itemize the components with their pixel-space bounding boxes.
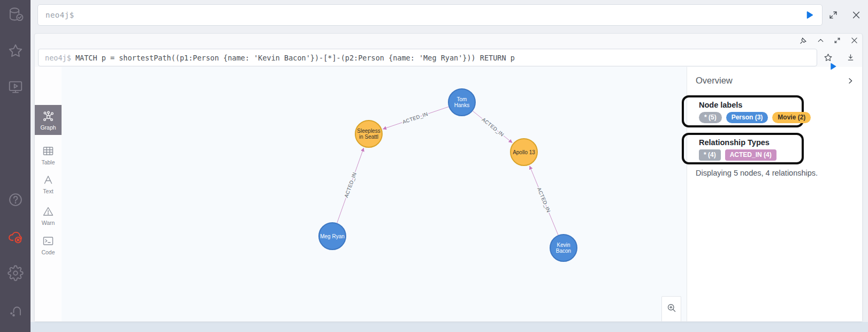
tab-table[interactable]: Table (35, 141, 62, 169)
favorite-query-icon[interactable] (824, 53, 833, 62)
graph-edge-label-2: ACTED_IN (343, 171, 357, 198)
tab-code-label: Code (41, 249, 55, 255)
tab-text-label: Text (43, 188, 53, 194)
settings-gear-icon[interactable] (7, 265, 24, 281)
neo4j-logo-icon[interactable] (7, 301, 24, 318)
node-label-badges: * (5)Person (3)Movie (2) (699, 112, 802, 123)
zoom-out-icon[interactable] (666, 320, 677, 321)
pin-frame-icon[interactable] (799, 36, 808, 45)
help-icon[interactable] (7, 192, 24, 208)
code-icon (42, 235, 55, 247)
graph-node-label-sleepless: Sleeplessin Seattl (357, 128, 380, 140)
graph-status-text: Displaying 5 nodes, 4 relationships. (696, 169, 818, 177)
fullscreen-editor-icon[interactable] (828, 10, 839, 20)
guides-monitor-icon[interactable] (7, 79, 24, 95)
badge-movie-2[interactable]: Movie (2) (772, 112, 811, 123)
overview-title: Overview (696, 76, 733, 86)
run-command-icon[interactable] (805, 10, 814, 20)
command-bar-input[interactable]: neo4j$ (37, 4, 823, 26)
tab-text[interactable]: Text (35, 170, 62, 198)
badge-acted-in-4[interactable]: ACTED_IN (4) (725, 149, 776, 161)
annotation-box-relationship-types: Relationship Types * (4)ACTED_IN (4) (682, 133, 804, 164)
graph-icon (42, 110, 55, 123)
zoom-in-icon[interactable] (666, 303, 677, 313)
close-frame-icon[interactable] (850, 36, 859, 45)
editor-prompt: neo4j$ (45, 54, 75, 62)
editor-query-text[interactable]: MATCH p = shortestPath((p1:Person {name:… (75, 54, 515, 62)
close-editor-icon[interactable] (851, 10, 862, 20)
node-labels-heading: Node labels (699, 101, 802, 109)
graph-node-label-apollo-13: Apollo 13 (513, 149, 535, 155)
graph-canvas[interactable]: ACTED_INACTED_INACTED_INACTED_INTomHanks… (62, 67, 687, 321)
badge-person-3[interactable]: Person (3) (726, 112, 768, 123)
tab-graph-label: Graph (40, 124, 56, 131)
graph-zoom-controls (661, 296, 681, 321)
graph-edge-label-0: ACTED_IN (402, 111, 429, 125)
annotation-box-node-labels: Node labels * (5)Person (3)Movie (2) (682, 95, 804, 127)
badge-5[interactable]: * (5) (699, 112, 722, 123)
overview-panel: Overview Node labels * (5)Person (3)Movi… (687, 67, 862, 321)
collapse-frame-icon[interactable] (816, 36, 825, 45)
badge-4[interactable]: * (4) (699, 149, 721, 161)
database-check-icon[interactable] (7, 6, 24, 22)
tab-warn-label: Warn (42, 220, 55, 226)
graph-edge-label-3: ACTED_IN (536, 186, 552, 213)
table-icon (42, 145, 55, 157)
graph-node-label-meg-ryan: Meg Ryan (320, 233, 345, 239)
cloud-disconnected-icon[interactable] (7, 229, 24, 245)
download-result-icon[interactable] (846, 53, 855, 62)
command-prompt: neo4j$ (45, 11, 74, 19)
app-sidebar (0, 0, 31, 332)
frame-content: Graph Table Text Warn Code ACTED_INACTED… (35, 67, 862, 321)
chevron-right-icon[interactable] (846, 77, 855, 85)
text-icon (42, 173, 55, 186)
fullscreen-frame-icon[interactable] (833, 36, 842, 45)
relationship-type-badges: * (4)ACTED_IN (4) (699, 149, 802, 161)
graph-edge-label-1: ACTED_IN (481, 116, 505, 137)
tab-table-label: Table (41, 159, 55, 165)
run-query-icon[interactable] (803, 54, 811, 62)
warn-icon (42, 205, 55, 218)
tab-code[interactable]: Code (35, 231, 62, 259)
tab-graph[interactable]: Graph (35, 105, 62, 135)
relationship-types-heading: Relationship Types (699, 138, 802, 147)
view-tabstrip: Graph Table Text Warn Code (35, 67, 62, 321)
bottom-strip (31, 322, 868, 332)
graph-node-label-kevin-bacon: KevinBacon (556, 242, 571, 254)
favorites-star-icon[interactable] (7, 43, 24, 59)
result-frame: neo4j$ MATCH p = shortestPath((p1:Person… (34, 33, 863, 322)
query-editor[interactable]: neo4j$ MATCH p = shortestPath((p1:Person… (38, 49, 817, 66)
tab-warn[interactable]: Warn (35, 201, 62, 229)
